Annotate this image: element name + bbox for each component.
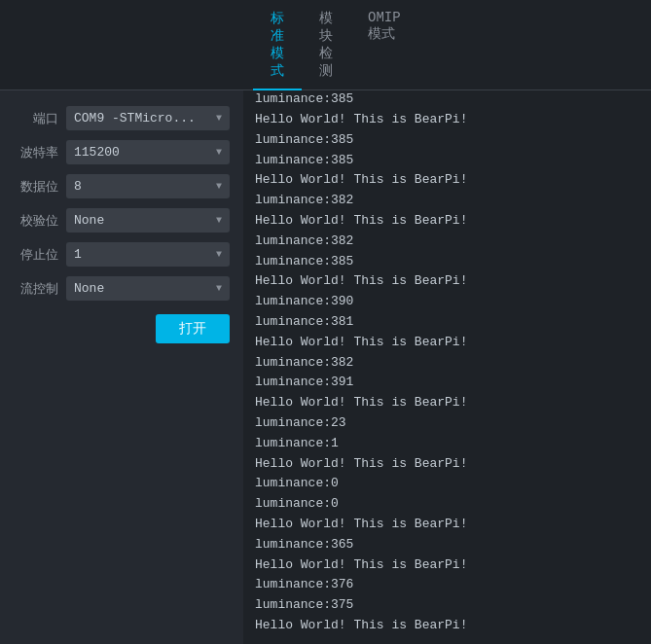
flowcontrol-field: 流控制 None ▼ xyxy=(14,276,230,301)
log-line: luminance:385 xyxy=(255,130,639,151)
flowcontrol-label: 流控制 xyxy=(14,280,58,298)
parity-value: None xyxy=(74,213,104,228)
baudrate-select[interactable]: 115200 ▼ xyxy=(66,140,230,164)
baudrate-arrow-icon: ▼ xyxy=(216,147,222,158)
tab-bar: 标准模式 模块检测 OMIP模式 xyxy=(0,0,651,90)
log-line: luminance:385 xyxy=(255,252,639,272)
databits-field: 数据位 8 ▼ xyxy=(14,174,230,198)
open-btn-row: 打开 xyxy=(14,314,230,343)
baudrate-label: 波特率 xyxy=(14,144,58,161)
log-line: Hello World! This is BearPi! xyxy=(255,333,639,353)
log-line: Hello World! This is BearPi! xyxy=(255,515,639,535)
log-line: luminance:376 xyxy=(255,575,639,595)
log-line: luminance:0 xyxy=(255,494,639,515)
databits-value: 8 xyxy=(74,179,82,194)
flowcontrol-arrow-icon: ▼ xyxy=(216,283,222,294)
open-button[interactable]: 打开 xyxy=(156,314,230,343)
databits-label: 数据位 xyxy=(14,178,58,196)
log-line: luminance:23 xyxy=(255,413,639,434)
log-line: luminance:391 xyxy=(255,373,639,393)
flowcontrol-value: None xyxy=(74,281,104,296)
log-line: luminance:382 xyxy=(255,191,639,211)
log-line: luminance:375 xyxy=(255,595,639,616)
log-line: luminance:382 xyxy=(255,353,639,374)
log-line: Hello World! This is BearPi! xyxy=(255,211,639,232)
tab-module[interactable]: 模块检测 xyxy=(302,0,350,89)
main-content: 端口 COM9 -STMicro... ▼ 波特率 115200 ▼ 数据位 8… xyxy=(0,90,651,644)
log-line: Hello World! This is BearPi! xyxy=(255,616,639,636)
parity-arrow-icon: ▼ xyxy=(216,215,222,226)
stopbits-select[interactable]: 1 ▼ xyxy=(66,242,230,267)
log-line: Hello World! This is BearPi! xyxy=(255,393,639,413)
tab-standard[interactable]: 标准模式 xyxy=(253,0,302,89)
log-line: luminance:385 xyxy=(255,90,639,110)
parity-field: 校验位 None ▼ xyxy=(14,208,230,233)
baudrate-value: 115200 xyxy=(74,145,120,160)
log-line: luminance:381 xyxy=(255,312,639,333)
stopbits-field: 停止位 1 ▼ xyxy=(14,242,230,267)
parity-label: 校验位 xyxy=(14,212,58,230)
log-line: Hello World! This is BearPi! xyxy=(255,555,639,576)
baudrate-field: 波特率 115200 ▼ xyxy=(14,140,230,164)
log-line: luminance:365 xyxy=(255,535,639,555)
databits-arrow-icon: ▼ xyxy=(216,181,222,192)
port-arrow-icon: ▼ xyxy=(216,113,222,124)
log-line: Hello World! This is BearPi! xyxy=(255,454,639,475)
parity-select[interactable]: None ▼ xyxy=(66,208,230,233)
port-select[interactable]: COM9 -STMicro... ▼ xyxy=(66,106,230,130)
stopbits-value: 1 xyxy=(74,247,82,262)
port-value: COM9 -STMicro... xyxy=(74,111,196,125)
sidebar: 端口 COM9 -STMicro... ▼ 波特率 115200 ▼ 数据位 8… xyxy=(0,90,243,644)
log-line: Hello World! This is BearPi! xyxy=(255,110,639,130)
port-field: 端口 COM9 -STMicro... ▼ xyxy=(14,106,230,130)
stopbits-label: 停止位 xyxy=(14,246,58,264)
log-line: luminance:1 xyxy=(255,434,639,454)
log-line: luminance:0 xyxy=(255,474,639,494)
log-line: Hello World! This is BearPi! xyxy=(255,271,639,292)
log-line: luminance:385 xyxy=(255,151,639,171)
log-line: luminance:382 xyxy=(255,232,639,252)
log-line: Hello World! This is BearPi! xyxy=(255,170,639,191)
log-area[interactable]: luminance:386luminance:386Hello World! T… xyxy=(243,90,651,644)
stopbits-arrow-icon: ▼ xyxy=(216,249,222,260)
flowcontrol-select[interactable]: None ▼ xyxy=(66,276,230,301)
log-line: luminance:390 xyxy=(255,292,639,312)
port-label: 端口 xyxy=(14,110,58,127)
tab-omip[interactable]: OMIP模式 xyxy=(350,0,418,89)
databits-select[interactable]: 8 ▼ xyxy=(66,174,230,198)
